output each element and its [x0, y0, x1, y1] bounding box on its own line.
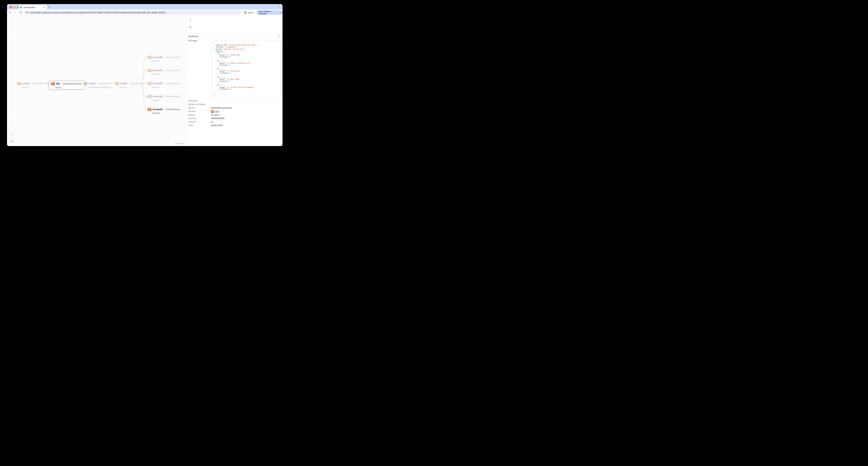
- flow-edges: [7, 16, 186, 146]
- attributes-section-header[interactable]: Attributes: [188, 35, 281, 38]
- section-toggle-system-attributes[interactable]: System Attributes: [188, 103, 281, 107]
- tab-close-icon[interactable]: ✕: [43, 6, 45, 9]
- chevron-down-icon: [278, 35, 281, 37]
- url-bar[interactable]: eventstudio.localhost.localstack.cloud:4…: [24, 10, 241, 14]
- json-line: "Answer": "B. AWS Lambda": [212, 79, 279, 81]
- json-line: }: [212, 92, 279, 94]
- profile-button[interactable]: Guest: [243, 10, 255, 15]
- node-resource-label: UserSubmissions: [164, 108, 181, 111]
- attribute-value-text: v0: [211, 121, 213, 123]
- dynamodb-icon: [147, 69, 151, 72]
- node-operation-label: EventSourceMapping: [88, 86, 114, 89]
- flow-node-lambda-scoring-esm[interactable]: LambdaScoringFunctionEventSourceMapping: [83, 82, 114, 89]
- replay-event-button[interactable]: [189, 26, 192, 29]
- section-toggle-attributes[interactable]: Attributes: [188, 99, 281, 103]
- flow-node-dynamodb-usersubmissions-3[interactable]: DynamoDBUserSubmissionsPutItem: [147, 82, 182, 89]
- dynamodb-icon: [147, 82, 151, 85]
- json-line: }: [212, 66, 279, 68]
- flow-node-dynamodb-usersubmissions-5[interactable]: DynamoDBUserSubmissionsPutItem: [147, 108, 182, 114]
- chrome-update-button[interactable]: New Chrome available: [256, 10, 282, 15]
- site-settings-icon[interactable]: [26, 11, 28, 14]
- back-button[interactable]: [8, 10, 12, 15]
- fit-view-button[interactable]: [9, 140, 14, 143]
- node-pill[interactable]: DynamoDBUserSubmissions: [147, 69, 182, 72]
- json-line[interactable]: v"4": {: [212, 85, 279, 87]
- node-pill[interactable]: LambdaScoringFunction: [83, 82, 114, 85]
- zoom-in-button[interactable]: +: [9, 133, 14, 136]
- json-line: "Username": "cloudRookie": [212, 46, 279, 48]
- json-line[interactable]: v"2": {: [212, 68, 279, 70]
- attribute-value-text: QuizSubmissionQueue: [211, 107, 232, 109]
- flow-node-dynamodb-usersubmissions-4[interactable]: DynamoDBUserSubmissionsPutItem: [147, 95, 182, 101]
- node-operation-label: Send: [55, 86, 83, 89]
- json-line: }: [212, 58, 279, 60]
- json-collapse-caret: v: [216, 53, 217, 54]
- message-json-viewer[interactable]: v{"SubmissionID": "6ffdcbc5-8e8d-4a82-97…: [211, 41, 280, 98]
- attribute-row-account: Account000000000000: [188, 117, 281, 121]
- node-pill[interactable]: LambdaScoringFunction: [115, 82, 145, 85]
- json-line: "Answer": "A. Simple Storage Service": [212, 62, 279, 64]
- node-resource-label: UserSubmissions: [164, 56, 181, 59]
- attributes-header-label: Attributes: [188, 35, 198, 38]
- json-line[interactable]: v"1": {: [212, 60, 279, 62]
- node-resource-label: SubmitQuizFunction: [31, 82, 50, 85]
- json-line: "TimeTaken": 9: [212, 72, 279, 75]
- node-pill[interactable]: DynamoDBUserSubmissions: [147, 56, 182, 59]
- dynamodb-icon: [147, 95, 151, 98]
- collapse-panel-button[interactable]: [189, 18, 192, 21]
- dynamodb-icon: [147, 56, 151, 59]
- flow-node-sqs-quizsubmissionqueue[interactable]: SQSQuizSubmissionQueueSend: [49, 81, 85, 90]
- browser-menu-icon[interactable]: [280, 11, 282, 14]
- json-line: "QuizID": "adorable-leopards-drove": [212, 48, 279, 50]
- attribute-row-region: Regionus-east-1: [188, 114, 281, 117]
- node-service-label: DynamoDB: [151, 56, 164, 59]
- flow-node-lambda-scoring-invoke[interactable]: LambdaScoringFunctionInvoke: [115, 82, 145, 89]
- json-line[interactable]: v"3": {: [212, 77, 279, 79]
- close-window-button[interactable]: [10, 6, 12, 8]
- node-operation-label: PutItem: [152, 99, 182, 101]
- attribute-value-text: 09:06:24:467: [211, 124, 223, 126]
- json-collapse-caret: v: [216, 61, 217, 62]
- node-pill[interactable]: DynamoDBUserSubmissions: [147, 82, 182, 85]
- node-service-label: DynamoDB: [151, 108, 164, 111]
- flow-node-lambda-submitquizfunction[interactable]: LambdaSubmitQuizFunctionInvoke: [17, 82, 51, 89]
- guest-avatar-icon: [244, 11, 247, 14]
- browser-toolbar: eventstudio.localhost.localstack.cloud:4…: [7, 9, 282, 16]
- minimize-window-button[interactable]: [13, 6, 16, 8]
- attribute-label: Time: [188, 124, 211, 127]
- tab-search-chevron-icon[interactable]: [278, 6, 280, 8]
- json-line[interactable]: v"Answers": {: [212, 50, 279, 53]
- attribute-label: Account: [188, 117, 211, 120]
- react-flow-attribution[interactable]: React Flow: [175, 142, 184, 144]
- node-pill[interactable]: DynamoDBUserSubmissions: [147, 108, 182, 111]
- json-line[interactable]: v{: [212, 42, 279, 44]
- json-line: "TimeTaken": 8: [212, 56, 279, 58]
- new-tab-button[interactable]: +: [48, 5, 50, 8]
- json-line: "SubmissionID": "6ffdcbc5-8e8d-4a82-97eb…: [212, 44, 279, 46]
- zoom-out-button[interactable]: −: [9, 136, 14, 140]
- flow-node-dynamodb-usersubmissions-1[interactable]: DynamoDBUserSubmissionsPutItem: [147, 56, 182, 62]
- canvas-controls: + −: [9, 133, 14, 143]
- attribute-value: us-east-1: [211, 114, 220, 116]
- attribute-value: SQS: [211, 110, 219, 113]
- forward-button[interactable]: [13, 10, 18, 15]
- node-service-label: Lambda: [21, 82, 31, 85]
- node-pill[interactable]: DynamoDBUserSubmissions: [147, 95, 182, 98]
- browser-window: EventStudio ✕ + event: [7, 4, 282, 146]
- attribute-label: Service: [188, 110, 211, 113]
- flow-node-dynamodb-usersubmissions-2[interactable]: DynamoDBUserSubmissionsPutItem: [147, 69, 182, 76]
- json-line: "Answer": "D. Instance Access Management…: [212, 87, 279, 89]
- flow-canvas[interactable]: LambdaSubmitQuizFunctionInvokeSQSQuizSub…: [7, 16, 186, 146]
- node-pill[interactable]: SQSQuizSubmissionQueue: [51, 82, 83, 86]
- tab-eventstudio[interactable]: EventStudio ✕: [19, 5, 47, 9]
- json-line: "TimeTaken": 10: [212, 88, 279, 90]
- node-pill[interactable]: LambdaSubmitQuizFunction: [17, 82, 51, 85]
- json-line[interactable]: v"0": {: [212, 52, 279, 54]
- message-label: Message: [188, 39, 197, 42]
- attribute-row-version: Versionv0: [188, 121, 281, 124]
- sqs-icon: [51, 82, 55, 85]
- reload-button[interactable]: [19, 10, 23, 15]
- node-operation-label: PutItem: [152, 86, 182, 89]
- node-service-label: DynamoDB: [151, 69, 164, 72]
- flow-edge: [141, 70, 146, 83]
